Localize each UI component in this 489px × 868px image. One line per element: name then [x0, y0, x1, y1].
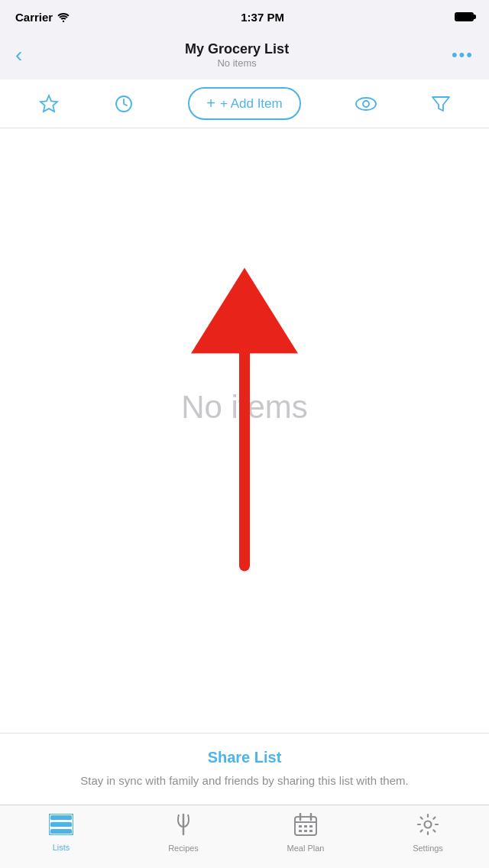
svg-rect-10: [50, 829, 72, 834]
no-items-label: No items: [181, 389, 308, 426]
status-time: 1:37 PM: [241, 11, 284, 24]
share-section: Share List Stay in sync with family and …: [0, 733, 489, 805]
plus-icon: +: [206, 95, 215, 112]
share-list-button[interactable]: Share List: [31, 749, 458, 766]
svg-point-3: [356, 98, 376, 110]
lists-icon: [49, 814, 73, 840]
history-button[interactable]: [113, 93, 134, 115]
empty-state: No items: [0, 128, 489, 733]
svg-rect-19: [309, 825, 313, 828]
nav-subtitle: No items: [22, 57, 452, 69]
tab-settings-label: Settings: [413, 844, 443, 853]
add-item-label: + Add Item: [220, 96, 283, 112]
svg-marker-5: [432, 97, 449, 111]
carrier-text: Carrier: [15, 11, 70, 24]
tab-recipes-label: Recipes: [168, 844, 199, 853]
svg-rect-9: [50, 822, 72, 827]
svg-point-4: [363, 101, 369, 107]
tab-lists[interactable]: Lists: [0, 814, 122, 852]
back-button[interactable]: ‹: [15, 44, 22, 66]
tab-meal-plan[interactable]: Meal Plan: [244, 813, 367, 853]
svg-rect-22: [309, 830, 313, 832]
svg-point-0: [63, 20, 64, 21]
filter-button[interactable]: [431, 94, 451, 114]
recipes-icon: [173, 813, 193, 841]
meal-plan-icon: [294, 813, 317, 841]
nav-title: My Grocery List: [22, 41, 452, 57]
svg-rect-21: [304, 830, 307, 832]
status-bar: Carrier 1:37 PM: [0, 0, 489, 34]
add-item-button[interactable]: + + Add Item: [188, 87, 300, 120]
svg-rect-8: [50, 815, 72, 820]
share-description: Stay in sync with family and friends by …: [31, 772, 458, 790]
tab-settings[interactable]: Settings: [367, 813, 489, 853]
content-area: No items Share List Stay in sync with fa…: [0, 128, 489, 805]
svg-point-23: [425, 821, 432, 828]
svg-rect-18: [304, 825, 307, 828]
toolbar: + + Add Item: [0, 79, 489, 128]
tab-bar: Lists Recipes: [0, 805, 489, 868]
tab-meal-plan-label: Meal Plan: [287, 844, 325, 853]
more-button[interactable]: •••: [452, 45, 474, 65]
tab-lists-label: Lists: [53, 843, 70, 852]
svg-rect-20: [299, 830, 302, 832]
settings-icon: [416, 813, 439, 841]
svg-rect-17: [299, 825, 302, 828]
view-button[interactable]: [355, 96, 377, 112]
star-button[interactable]: [38, 93, 60, 115]
app-wrapper: Carrier 1:37 PM ‹ My Grocery List No ite…: [0, 0, 489, 868]
nav-header: ‹ My Grocery List No items •••: [0, 34, 489, 79]
battery-indicator: [455, 12, 474, 21]
tab-recipes[interactable]: Recipes: [122, 813, 244, 853]
wifi-icon: [57, 12, 70, 22]
nav-title-group: My Grocery List No items: [22, 41, 452, 69]
svg-marker-1: [40, 96, 57, 112]
